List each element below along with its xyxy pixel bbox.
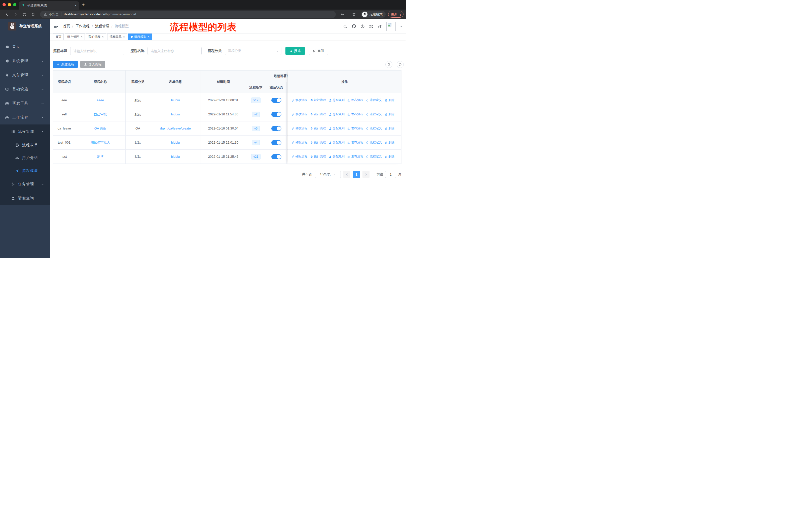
key-icon[interactable] — [341, 12, 345, 17]
sidebar-item-infrastructure[interactable]: 基础设施 — [0, 82, 50, 96]
active-toggle[interactable] — [271, 126, 282, 131]
breadcrumb-process-management[interactable]: 流程管理 — [95, 24, 109, 28]
tag-tenant[interactable]: 租户管理× — [65, 33, 85, 40]
cell-name-link[interactable]: OA 请假 — [75, 121, 125, 136]
assign-rule-action[interactable]: 分配规则 — [329, 126, 345, 131]
modify-process-action[interactable]: 修改流程 — [291, 98, 307, 102]
tag-process-form[interactable]: 流程表单× — [107, 33, 127, 40]
forward-button[interactable] — [13, 12, 18, 17]
sidebar-item-task-management[interactable]: 任务管理 — [0, 177, 50, 191]
active-toggle[interactable] — [271, 112, 282, 117]
delete-action[interactable]: 删除 — [385, 140, 395, 145]
cell-name-link[interactable]: 测试多审批人 — [75, 136, 125, 150]
close-icon[interactable]: × — [148, 35, 149, 38]
current-page-button[interactable]: 1 — [353, 171, 360, 178]
active-toggle[interactable] — [271, 154, 282, 159]
window-controls[interactable] — [2, 3, 17, 6]
cell-form-link[interactable]: biubiu — [150, 107, 201, 121]
goto-page-input[interactable] — [385, 171, 396, 178]
import-process-button[interactable]: 导入流程 — [80, 61, 105, 68]
publish-process-action[interactable]: 发布流程 — [347, 98, 363, 102]
assign-rule-action[interactable]: 分配规则 — [329, 140, 345, 145]
search-button[interactable]: 搜索 — [285, 47, 305, 55]
sidebar-item-process-form[interactable]: 流程表单 — [0, 139, 50, 152]
close-icon[interactable]: × — [123, 35, 125, 38]
process-definition-action[interactable]: 流程定义 — [366, 126, 382, 131]
back-button[interactable] — [5, 12, 9, 17]
breadcrumb-home[interactable]: 首页 — [63, 24, 70, 28]
avatar-caret-icon[interactable] — [400, 26, 403, 28]
sidebar-item-system[interactable]: 系统管理 — [0, 54, 50, 68]
design-process-action[interactable]: 设计流程 — [310, 112, 326, 116]
close-window-button[interactable] — [2, 3, 6, 6]
assign-rule-action[interactable]: 分配规则 — [329, 112, 345, 116]
publish-process-action[interactable]: 发布流程 — [347, 126, 363, 131]
design-process-action[interactable]: 设计流程 — [310, 98, 326, 102]
modify-process-action[interactable]: 修改流程 — [291, 155, 307, 159]
category-select[interactable]: 流程分类 — [225, 47, 282, 55]
sidebar-item-workflow[interactable]: 工作流程 — [0, 110, 50, 125]
version-badge[interactable]: v5 — [252, 126, 260, 131]
tag-home[interactable]: 首页 — [53, 33, 64, 40]
process-definition-action[interactable]: 流程定义 — [366, 140, 382, 145]
publish-process-action[interactable]: 发布流程 — [347, 140, 363, 145]
update-button[interactable]: 更新 — [388, 11, 404, 18]
assign-rule-action[interactable]: 分配规则 — [329, 155, 345, 159]
cell-name-link[interactable]: eeee — [75, 93, 125, 107]
browser-menu-icon[interactable] — [400, 12, 401, 16]
font-size-icon[interactable] — [378, 24, 382, 29]
maximize-window-button[interactable] — [13, 3, 17, 6]
sidebar-item-devtools[interactable]: 研发工具 — [0, 96, 50, 110]
design-process-action[interactable]: 设计流程 — [310, 126, 326, 131]
process-definition-action[interactable]: 流程定义 — [366, 155, 382, 159]
delete-action[interactable]: 删除 — [385, 98, 395, 102]
new-tab-button[interactable]: + — [82, 2, 85, 7]
delete-action[interactable]: 删除 — [385, 126, 395, 131]
url-bar[interactable]: 不安全 dashboard.yudao.iocoder.cn/bpm/manag… — [40, 11, 336, 18]
github-icon[interactable] — [352, 24, 356, 29]
cell-name-link[interactable]: 自己审批 — [75, 107, 125, 121]
cell-name-link[interactable]: 滔博 — [75, 150, 125, 164]
modify-process-action[interactable]: 修改流程 — [291, 126, 307, 131]
cell-form-link[interactable]: biubiu — [150, 136, 201, 150]
fullscreen-icon[interactable] — [369, 24, 373, 28]
delete-action[interactable]: 删除 — [385, 155, 395, 159]
create-process-button[interactable]: 新建流程 — [53, 61, 78, 68]
reset-button[interactable]: 重置 — [309, 47, 328, 55]
close-icon[interactable]: × — [102, 35, 104, 38]
publish-process-action[interactable]: 发布流程 — [347, 112, 363, 116]
security-label[interactable]: 不安全 — [49, 12, 59, 17]
design-process-action[interactable]: 设计流程 — [310, 155, 326, 159]
home-button[interactable] — [31, 12, 35, 17]
sidebar-item-home[interactable]: 首页 — [0, 40, 50, 54]
cell-form-link[interactable]: biubiu — [150, 93, 201, 107]
modify-process-action[interactable]: 修改流程 — [291, 112, 307, 116]
update-label[interactable]: 更新 — [391, 12, 398, 17]
page-size-select[interactable]: 10条/页 — [315, 171, 341, 178]
process-definition-action[interactable]: 流程定义 — [366, 98, 382, 102]
prev-page-button[interactable] — [343, 171, 350, 178]
assign-rule-action[interactable]: 分配规则 — [329, 98, 345, 102]
modify-process-action[interactable]: 修改流程 — [291, 140, 307, 145]
tab-close-icon[interactable]: × — [75, 3, 77, 7]
hamburger-icon[interactable] — [53, 24, 58, 29]
version-badge[interactable]: v2 — [252, 112, 260, 117]
sidebar-item-payment[interactable]: 支付管理 — [0, 68, 50, 82]
reload-button[interactable] — [22, 12, 26, 17]
search-icon[interactable] — [343, 24, 347, 28]
help-icon[interactable] — [360, 24, 365, 28]
design-process-action[interactable]: 设计流程 — [310, 140, 326, 145]
close-icon[interactable]: × — [81, 35, 83, 38]
sidebar-item-process-model[interactable]: 流程模型 — [0, 164, 50, 177]
active-toggle[interactable] — [271, 140, 282, 145]
process-definition-action[interactable]: 流程定义 — [366, 112, 382, 116]
next-page-button[interactable] — [362, 171, 370, 178]
cell-form-link[interactable]: /bpm/oa/leave/create — [150, 121, 201, 136]
version-badge[interactable]: v21 — [251, 154, 261, 160]
publish-process-action[interactable]: 发布流程 — [347, 155, 363, 159]
refresh-table-button[interactable] — [397, 61, 404, 68]
browser-tab[interactable]: 芋道管理系统 × — [19, 1, 79, 9]
avatar[interactable] — [386, 22, 396, 31]
sidebar-item-leave-query[interactable]: 请假查询 — [0, 191, 50, 205]
minimize-window-button[interactable] — [8, 3, 11, 6]
